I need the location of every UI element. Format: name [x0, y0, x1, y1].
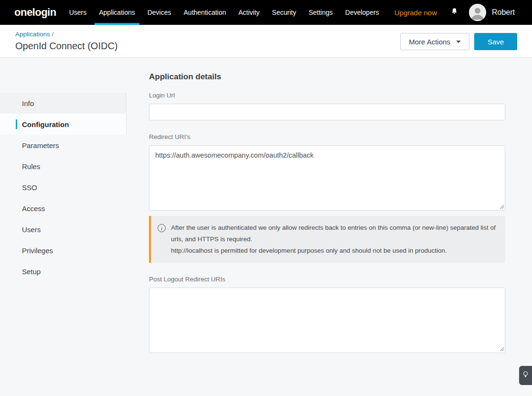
- onelogin-logo[interactable]: onelogin: [14, 0, 56, 25]
- more-actions-label: More Actions: [409, 38, 450, 46]
- resize-grip-icon[interactable]: [500, 204, 504, 209]
- nav-item-devices[interactable]: Devices: [141, 0, 178, 25]
- login-url-label: Login Url: [149, 92, 505, 99]
- top-nav-right: Upgrade now Robert: [394, 0, 515, 25]
- help-button[interactable]: [519, 366, 532, 385]
- sidebar-item-setup[interactable]: Setup: [0, 261, 127, 282]
- main-content: Application details Login Url Redirect U…: [127, 58, 532, 353]
- info-note-line-2: http://localhost is permitted for develo…: [171, 245, 496, 257]
- info-note: i After the user is authenticated we onl…: [149, 216, 505, 263]
- sidebar-item-privileges[interactable]: Privileges: [0, 240, 127, 261]
- more-actions-button[interactable]: More Actions: [400, 33, 469, 50]
- nav-item-settings[interactable]: Settings: [302, 0, 339, 25]
- body-area: Info Configuration Parameters Rules SSO …: [0, 58, 532, 396]
- section-title: Application details: [149, 73, 505, 81]
- login-url-input[interactable]: [149, 104, 505, 120]
- breadcrumb[interactable]: Applications /: [15, 31, 53, 38]
- nav-item-developers[interactable]: Developers: [339, 0, 385, 25]
- info-note-line-1: After the user is authenticated we only …: [171, 222, 496, 245]
- info-icon: i: [158, 224, 166, 232]
- sidebar-item-configuration[interactable]: Configuration: [0, 114, 127, 135]
- nav-item-activity[interactable]: Activity: [232, 0, 266, 25]
- top-nav: onelogin Users Applications Devices Auth…: [0, 0, 532, 25]
- nav-item-applications[interactable]: Applications: [93, 0, 141, 25]
- page-header: Applications / OpenId Connect (OIDC) Mor…: [0, 25, 532, 58]
- info-note-text: After the user is authenticated we only …: [171, 222, 496, 257]
- sidebar-item-info[interactable]: Info: [0, 93, 127, 114]
- sidebar: Info Configuration Parameters Rules SSO …: [0, 58, 127, 282]
- post-logout-redirect-uris-textarea[interactable]: [149, 288, 505, 353]
- user-avatar[interactable]: [469, 4, 486, 21]
- username[interactable]: Robert: [492, 8, 515, 17]
- redirect-uris-field: https://auth.awesomecompany.com/oauth2/c…: [149, 145, 505, 211]
- lightbulb-icon: [522, 371, 529, 381]
- header-actions: More Actions Save: [400, 33, 517, 50]
- nav-item-users[interactable]: Users: [63, 0, 93, 25]
- upgrade-now-link[interactable]: Upgrade now: [394, 9, 437, 17]
- notifications-button[interactable]: [450, 7, 458, 18]
- redirect-uris-textarea[interactable]: https://auth.awesomecompany.com/oauth2/c…: [149, 145, 505, 211]
- nav-item-security[interactable]: Security: [266, 0, 303, 25]
- nav-item-authentication[interactable]: Authentication: [178, 0, 233, 25]
- sidebar-item-sso[interactable]: SSO: [0, 177, 127, 198]
- sidebar-item-users[interactable]: Users: [0, 219, 127, 240]
- sidebar-item-rules[interactable]: Rules: [0, 156, 127, 177]
- nav-menu: Users Applications Devices Authenticatio…: [63, 0, 385, 25]
- chevron-down-icon: [456, 41, 461, 43]
- save-button[interactable]: Save: [474, 33, 517, 50]
- sidebar-item-access[interactable]: Access: [0, 198, 127, 219]
- sidebar-item-parameters[interactable]: Parameters: [0, 135, 127, 156]
- post-logout-redirect-uris-field: [149, 288, 505, 353]
- bell-icon: [450, 7, 458, 18]
- resize-grip-icon[interactable]: [500, 347, 504, 352]
- post-logout-redirect-uris-label: Post Logout Redirect URIs: [149, 276, 505, 283]
- redirect-uris-label: Redirect URI's: [149, 134, 505, 140]
